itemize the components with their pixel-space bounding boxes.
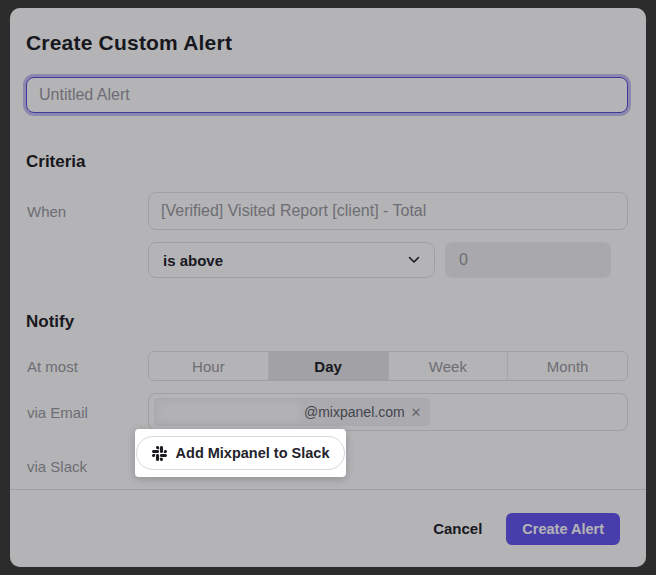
via-email-label: via Email [26,404,148,421]
at-most-label: At most [26,358,148,375]
frequency-option-day[interactable]: Day [268,352,388,380]
email-chip-remove-icon[interactable]: ✕ [411,406,422,419]
modal-title: Create Custom Alert [26,8,628,56]
email-recipients-field[interactable]: @mixpanel.com ✕ [148,393,628,431]
operator-row: is above [26,242,628,278]
add-mixpanel-to-slack-button[interactable]: Add Mixpanel to Slack [136,436,346,470]
operator-dropdown-value: is above [163,252,408,269]
via-slack-label: via Slack [26,458,148,475]
notify-heading: Notify [26,312,628,332]
email-user-redacted [158,402,300,422]
slack-icon [152,446,167,461]
via-email-row: via Email @mixpanel.com ✕ [26,393,628,431]
slack-spotlight-highlight: Add Mixpanel to Slack [135,429,346,477]
modal-footer: Cancel Create Alert [10,489,646,567]
threshold-input[interactable] [445,242,611,278]
create-alert-button[interactable]: Create Alert [506,513,620,545]
frequency-option-week[interactable]: Week [388,352,508,380]
slack-button-label: Add Mixpanel to Slack [176,445,330,461]
event-input[interactable] [148,192,628,230]
email-chip: @mixpanel.com ✕ [154,398,430,426]
when-label: When [26,203,148,220]
frequency-option-hour[interactable]: Hour [149,352,268,380]
at-most-row: At most Hour Day Week Month [26,351,628,381]
frequency-segmented-control: Hour Day Week Month [148,351,628,381]
email-chip-domain: @mixpanel.com [304,404,405,420]
create-custom-alert-modal: Create Custom Alert Criteria When is abo… [10,8,646,567]
operator-dropdown[interactable]: is above [148,242,435,278]
chevron-down-icon [408,256,420,264]
frequency-option-month[interactable]: Month [507,352,627,380]
when-row: When [26,192,628,230]
criteria-heading: Criteria [26,152,628,172]
alert-name-input[interactable] [26,77,628,113]
cancel-button[interactable]: Cancel [433,520,482,537]
